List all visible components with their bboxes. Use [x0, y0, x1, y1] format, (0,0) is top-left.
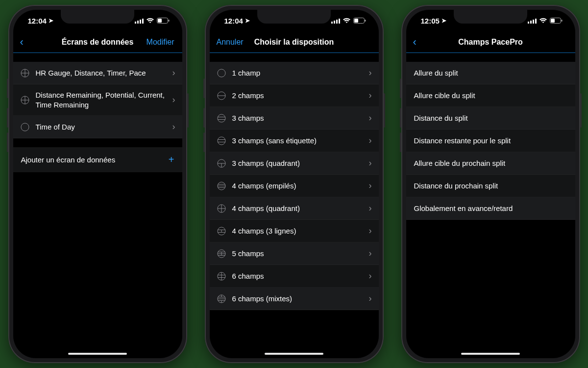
layout-6-icon [217, 272, 226, 281]
layout-option-row[interactable]: 2 champs› [210, 84, 379, 107]
chevron-right-icon: › [369, 293, 372, 304]
svg-rect-1 [137, 21, 139, 24]
field-option-row[interactable]: Distance restante pour le split [406, 130, 575, 152]
plus-icon: + [169, 154, 174, 165]
content: Allure du split Allure cible du split Di… [406, 53, 575, 358]
cancel-label: Annuler [217, 38, 244, 47]
layout-4l3-icon [217, 227, 226, 236]
location-arrow-icon: ➤ [441, 17, 446, 24]
svg-rect-3 [142, 19, 144, 24]
svg-rect-5 [158, 19, 162, 23]
svg-rect-61 [533, 20, 534, 24]
cellular-signal-icon [331, 18, 340, 24]
chevron-right-icon: › [172, 68, 175, 78]
field-option-row[interactable]: Distance du prochain split [406, 175, 575, 197]
content: HR Gauge, Distance, Timer, Pace › Distan… [13, 53, 182, 358]
layout-grid4-icon [20, 69, 30, 78]
chevron-right-icon: › [369, 203, 372, 213]
status-left: 12:05 ➤ [421, 17, 446, 25]
status-right [528, 18, 563, 24]
battery-icon [550, 18, 563, 24]
row-label: Distance Remaining, Potential, Current, … [36, 90, 167, 109]
layout-option-row[interactable]: 3 champs› [210, 107, 379, 130]
phone-data-screens: 12:04 ➤ ‹ Écrans de données Modifier HR … [8, 5, 187, 363]
field-option-row[interactable]: Globalement en avance/retard [406, 197, 575, 220]
field-option-row[interactable]: Allure cible du prochain split [406, 152, 575, 175]
svg-rect-14 [331, 22, 333, 24]
back-button[interactable]: ‹ [413, 37, 416, 48]
svg-rect-6 [168, 20, 169, 22]
row-label: 2 champs [232, 91, 363, 101]
layout-option-row[interactable]: 4 champs (quadrant)› [210, 197, 379, 220]
section-gap [406, 53, 575, 62]
field-option-row[interactable]: Allure cible du split [406, 84, 575, 107]
layout-option-row[interactable]: 3 champs (sans étiquette)› [210, 130, 379, 152]
layout-circle-icon [20, 123, 30, 131]
nav-bar: Annuler Choisir la disposition [210, 31, 379, 53]
data-screen-row[interactable]: HR Gauge, Distance, Timer, Pace › [13, 62, 182, 84]
layout-6m-icon [217, 294, 226, 303]
nav-bar: ‹ Champs PacePro [406, 31, 575, 53]
row-label: 4 champs (3 lignes) [232, 226, 363, 236]
chevron-right-icon: › [369, 271, 372, 281]
layout-2-icon [217, 91, 226, 100]
location-arrow-icon: ➤ [49, 17, 53, 24]
status-right [331, 18, 366, 24]
add-data-screen-button[interactable]: Ajouter un écran de données + [13, 147, 182, 172]
layout-option-row[interactable]: 6 champs (mixtes)› [210, 288, 379, 310]
section-gap [13, 53, 182, 62]
notch [61, 10, 134, 24]
layout-grid4-icon [20, 96, 30, 105]
layout-option-row[interactable]: 6 champs› [210, 265, 379, 288]
notch [257, 10, 331, 24]
battery-icon [157, 18, 170, 24]
row-label: 3 champs [232, 113, 363, 123]
layout-3-icon [217, 114, 226, 123]
phone-choose-layout: 12:04 ➤ Annuler Choisir la disposition 1… [205, 5, 384, 363]
svg-rect-64 [551, 19, 555, 23]
svg-rect-65 [561, 20, 562, 22]
home-indicator[interactable] [265, 353, 323, 355]
status-time: 12:04 [224, 17, 243, 25]
field-option-row[interactable]: Allure du split [406, 62, 575, 84]
row-label: 4 champs (quadrant) [232, 204, 363, 213]
data-screen-row[interactable]: Time of Day › [13, 116, 182, 138]
home-indicator[interactable] [68, 353, 127, 355]
layout-option-row[interactable]: 3 champs (quadrant)› [210, 152, 379, 175]
svg-rect-19 [354, 19, 358, 23]
layout-3q-icon [217, 159, 226, 168]
nav-title: Champs PacePro [458, 38, 523, 47]
layout-option-row[interactable]: 1 champ› [210, 62, 379, 84]
layout-option-row[interactable]: 4 champs (empilés)› [210, 175, 379, 197]
screen: 12:05 ➤ ‹ Champs PacePro Allure du split… [406, 10, 575, 358]
wifi-icon [146, 18, 154, 24]
chevron-left-icon: ‹ [413, 37, 416, 48]
battery-icon [353, 18, 366, 24]
svg-rect-60 [530, 21, 532, 24]
phone-pacepro-fields: 12:05 ➤ ‹ Champs PacePro Allure du split… [401, 5, 580, 363]
layout-3nl-icon [217, 136, 226, 145]
home-indicator[interactable] [461, 353, 520, 355]
row-label: Time of Day [36, 122, 167, 132]
layout-option-row[interactable]: 4 champs (3 lignes)› [210, 220, 379, 242]
svg-rect-0 [135, 22, 136, 24]
chevron-right-icon: › [172, 122, 175, 132]
field-option-row[interactable]: Distance du split [406, 107, 575, 130]
screen: 12:04 ➤ Annuler Choisir la disposition 1… [210, 10, 379, 358]
data-screen-row[interactable]: Distance Remaining, Potential, Current, … [13, 84, 182, 116]
back-button[interactable]: ‹ [20, 37, 25, 48]
edit-button[interactable]: Modifier [147, 38, 174, 47]
status-time: 12:04 [28, 17, 47, 25]
layout-option-row[interactable]: 5 champs› [210, 242, 379, 265]
screen: 12:04 ➤ ‹ Écrans de données Modifier HR … [13, 10, 182, 358]
nav-title: Choisir la disposition [254, 38, 334, 47]
svg-rect-17 [339, 19, 340, 24]
layout-4q-icon [217, 204, 226, 213]
svg-rect-59 [528, 22, 529, 24]
cancel-button[interactable]: Annuler [217, 38, 244, 47]
wifi-icon [343, 18, 351, 24]
chevron-right-icon: › [369, 68, 372, 78]
svg-rect-16 [336, 20, 338, 24]
layout-4s-icon [217, 182, 226, 190]
svg-point-21 [218, 69, 225, 77]
